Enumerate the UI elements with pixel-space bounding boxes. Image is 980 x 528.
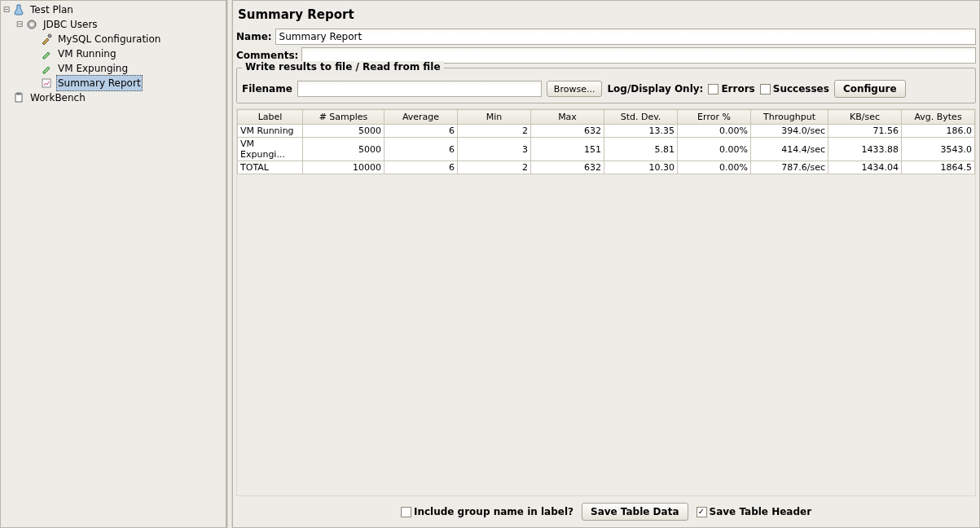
table-cell: 6: [385, 125, 458, 138]
tree-item-workbench[interactable]: ⊟ WorkBench: [2, 90, 226, 105]
dropper-icon: [40, 47, 53, 60]
tree-item-summary-report[interactable]: Summary Report: [2, 76, 226, 90]
file-fieldset: Write results to file / Read from file F…: [236, 68, 976, 103]
table-cell: 0.00%: [678, 161, 751, 174]
svg-point-1: [30, 23, 33, 26]
table-cell: 6: [385, 161, 458, 174]
tree-item-vm-expunging[interactable]: VM Expunging: [2, 61, 226, 76]
checkbox-icon[interactable]: [760, 84, 771, 95]
panel-title: Summary Report: [236, 4, 976, 29]
table-header-row: Label# SamplesAverageMinMaxStd. Dev.Erro…: [238, 110, 975, 125]
table-cell: 1864.5: [902, 161, 975, 174]
tree-label: Summary Report: [56, 75, 143, 91]
tree-label: WorkBench: [29, 90, 87, 105]
tree-label: VM Running: [56, 46, 118, 61]
flask-icon: [12, 3, 25, 16]
tree-item-mysql-config[interactable]: MySQL Configuration: [2, 32, 226, 46]
table-cell: 10.30: [604, 161, 678, 174]
table-cell: 0.00%: [678, 125, 751, 138]
tree-item-vm-running[interactable]: VM Running: [2, 46, 226, 61]
expand-toggle-icon[interactable]: ⊟: [15, 17, 24, 32]
checkbox-icon[interactable]: [401, 507, 411, 517]
fieldset-legend: Write results to file / Read from file: [242, 61, 444, 73]
table-cell: 787.6/sec: [751, 161, 828, 174]
wrench-icon: [40, 33, 53, 46]
configure-button[interactable]: Configure: [834, 80, 906, 98]
include-group-checkbox-wrap[interactable]: Include group name in label?: [401, 506, 573, 517]
table-cell: TOTAL: [238, 161, 303, 174]
svg-point-2: [48, 34, 51, 37]
tree-panel: ⊟ Test Plan ⊟ JDBC Users MySQL Configura…: [0, 0, 227, 528]
table-cell: 151: [531, 138, 604, 161]
table-cell: 186.0: [902, 125, 975, 138]
logdisplay-label: Log/Display Only:: [607, 83, 703, 95]
save-table-data-button[interactable]: Save Table Data: [582, 503, 688, 521]
comments-label: Comments:: [236, 50, 298, 61]
table-header-cell[interactable]: Error %: [678, 110, 751, 125]
table-cell: 3: [458, 138, 531, 161]
errors-label: Errors: [721, 83, 754, 95]
checkbox-icon[interactable]: [697, 507, 707, 517]
table-cell: VM Expungi...: [238, 138, 303, 161]
table-body: VM Running50006263213.350.00%394.0/sec71…: [238, 125, 975, 174]
tree-item-test-plan[interactable]: ⊟ Test Plan: [2, 2, 226, 17]
main-panel: Summary Report Name: Comments: Write res…: [232, 0, 980, 528]
name-input[interactable]: [275, 29, 976, 45]
table-cell: 0.00%: [678, 138, 751, 161]
table-row[interactable]: VM Expungi...5000631515.810.00%414.4/sec…: [238, 138, 975, 161]
table-row[interactable]: VM Running50006263213.350.00%394.0/sec71…: [238, 125, 975, 138]
expand-toggle-icon[interactable]: ⊟: [2, 2, 11, 17]
table-header-cell[interactable]: Throughput: [751, 110, 828, 125]
tree-label: MySQL Configuration: [56, 32, 162, 46]
tree-label: Test Plan: [29, 2, 75, 17]
clipboard-icon: [12, 91, 25, 104]
include-group-label: Include group name in label?: [414, 506, 573, 517]
table-cell: 394.0/sec: [751, 125, 828, 138]
tree-label: JDBC Users: [42, 17, 99, 32]
dropper-icon: [40, 62, 53, 75]
table-header-cell[interactable]: Average: [385, 110, 458, 125]
report-icon: [40, 77, 53, 90]
svg-rect-5: [17, 93, 20, 95]
successes-checkbox-wrap[interactable]: Successes: [760, 83, 829, 95]
table-cell: 632: [531, 161, 604, 174]
table-cell: 414.4/sec: [751, 138, 828, 161]
table-header-cell[interactable]: KB/sec: [828, 110, 902, 125]
svg-rect-3: [42, 79, 51, 87]
table-header-cell[interactable]: Max: [531, 110, 604, 125]
table-header-cell[interactable]: # Samples: [303, 110, 385, 125]
checkbox-icon[interactable]: [708, 84, 719, 95]
table-cell: 2: [458, 125, 531, 138]
gear-icon: [25, 18, 38, 31]
table-cell: 5000: [303, 125, 385, 138]
tree-item-jdbc-users[interactable]: ⊟ JDBC Users: [2, 17, 226, 32]
name-label: Name:: [236, 31, 272, 42]
table-row[interactable]: TOTAL100006263210.300.00%787.6/sec1434.0…: [238, 161, 975, 174]
table-header-cell[interactable]: Label: [238, 110, 303, 125]
table-cell: 1434.04: [828, 161, 902, 174]
table-cell: 2: [458, 161, 531, 174]
tree-label: VM Expunging: [56, 61, 130, 76]
table-cell: VM Running: [238, 125, 303, 138]
results-table: Label# SamplesAverageMinMaxStd. Dev.Erro…: [237, 109, 975, 174]
table-cell: 5.81: [604, 138, 678, 161]
bottom-bar: Include group name in label? Save Table …: [236, 496, 976, 524]
table-cell: 10000: [303, 161, 385, 174]
table-cell: 1433.88: [828, 138, 902, 161]
table-cell: 3543.0: [902, 138, 975, 161]
table-cell: 71.56: [828, 125, 902, 138]
filename-input[interactable]: [297, 81, 542, 97]
table-header-cell[interactable]: Std. Dev.: [604, 110, 678, 125]
errors-checkbox-wrap[interactable]: Errors: [708, 83, 754, 95]
table-cell: 6: [385, 138, 458, 161]
table-header-cell[interactable]: Avg. Bytes: [902, 110, 975, 125]
table-header-cell[interactable]: Min: [458, 110, 531, 125]
save-header-checkbox-wrap[interactable]: Save Table Header: [697, 506, 812, 517]
filename-label: Filename: [242, 83, 292, 95]
table-cell: 5000: [303, 138, 385, 161]
successes-label: Successes: [773, 83, 829, 95]
table-cell: 632: [531, 125, 604, 138]
save-header-label: Save Table Header: [710, 506, 812, 517]
table-cell: 13.35: [604, 125, 678, 138]
browse-button[interactable]: Browse...: [547, 81, 603, 97]
